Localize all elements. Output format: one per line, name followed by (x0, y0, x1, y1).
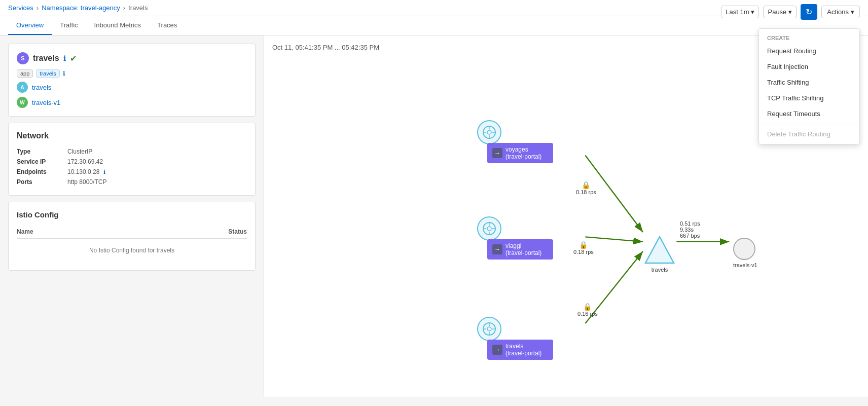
tab-inbound-metrics[interactable]: Inbound Metrics (86, 16, 150, 35)
service-header: S travels ℹ ✔ (17, 52, 247, 64)
network-title: Network (17, 131, 247, 140)
travels-v1-circle (733, 238, 755, 260)
tab-traces[interactable]: Traces (149, 16, 185, 35)
dropdown-item-tcp-traffic-shifting[interactable]: TCP Traffic Shifting (759, 90, 859, 106)
chevron-down-icon: ▾ (751, 8, 754, 16)
actions-label: Actions (827, 8, 849, 16)
travels-circle-node[interactable] (477, 317, 501, 341)
dropdown-item-traffic-shifting[interactable]: Traffic Shifting (759, 75, 859, 90)
travels-edge-label: 🔒 0.16 rps (577, 303, 598, 317)
type-label: Type (17, 148, 67, 155)
svg-line-1 (585, 237, 643, 241)
svg-point-12 (487, 227, 491, 231)
viaggi-label: viaggi(travel-portal) (505, 242, 541, 256)
voyages-circle (477, 120, 501, 144)
voyages-edge-label: 🔒 0.18 rps (576, 181, 596, 195)
type-value: ClusterIP (67, 148, 92, 155)
voyages-arrow-icon: → (492, 148, 502, 158)
refresh-button[interactable]: ↻ (801, 4, 817, 20)
tab-overview[interactable]: Overview (8, 16, 52, 35)
breadcrumb-services[interactable]: Services (8, 4, 33, 12)
svg-point-19 (487, 327, 491, 331)
service-info-card: S travels ℹ ✔ app travels ℹ A travels W … (8, 44, 256, 117)
label-app: app (17, 69, 33, 78)
travels-triangle-label: travels (644, 267, 675, 273)
service-badge-s: S (17, 52, 29, 64)
top-controls: Last 1m ▾ Pause ▾ ↻ Actions ▾ (721, 4, 860, 20)
badge-w: W (17, 97, 28, 108)
workload-row: W travels-v1 (17, 97, 247, 108)
viaggi-service-box[interactable]: → viaggi(travel-portal) (487, 239, 553, 260)
voyages-service-box[interactable]: → voyages(travel-portal) (487, 143, 553, 163)
istio-title: Istio Config (17, 210, 247, 219)
istio-name-col: Name (17, 228, 33, 235)
tab-traffic[interactable]: Traffic (52, 16, 86, 35)
dropdown-item-request-routing[interactable]: Request Routing (759, 43, 859, 59)
actions-dropdown: Create Request Routing Fault Injection T… (758, 28, 860, 144)
service-name: travels (33, 54, 59, 63)
app-link[interactable]: travels (32, 84, 51, 91)
travels-v1-node[interactable]: travels-v1 (733, 238, 757, 268)
travels-portal-label: travels(travel-portal) (505, 343, 541, 357)
viaggi-arrow-icon: → (492, 244, 502, 254)
chevron-icon: › (123, 4, 125, 12)
service-labels: app travels ℹ (17, 69, 247, 78)
workload-link[interactable]: travels-v1 (32, 99, 60, 106)
label-info-icon[interactable]: ℹ (63, 70, 65, 77)
viaggi-circle (477, 216, 501, 241)
label-travels: travels (36, 69, 59, 78)
left-panel: S travels ℹ ✔ app travels ℹ A travels W … (0, 35, 264, 397)
istio-empty-message: No Istio Config found for travels (17, 239, 247, 262)
time-range-select[interactable]: Last 1m ▾ (721, 6, 759, 18)
badge-a: A (17, 82, 28, 93)
app-workload-row: A travels (17, 82, 247, 93)
chevron-icon: › (37, 4, 39, 12)
endpoints-value: 10.130.0.28 ℹ (67, 168, 105, 175)
network-card: Network Type ClusterIP Service IP 172.30… (8, 123, 256, 196)
actions-button[interactable]: Actions ▾ (821, 6, 860, 18)
info-icon[interactable]: ℹ (63, 54, 66, 62)
dropdown-item-fault-injection[interactable]: Fault Injection (759, 59, 859, 75)
travels-arrow-icon: → (492, 345, 502, 355)
travels-triangle-node[interactable]: travels (644, 236, 675, 273)
istio-header: Name Status (17, 225, 247, 239)
travels-triangle-svg (644, 236, 675, 264)
svg-marker-17 (645, 237, 674, 263)
dropdown-item-delete-traffic-routing: Delete Traffic Routing (759, 126, 859, 142)
dropdown-section-create: Create (759, 31, 859, 43)
voyages-label: voyages(travel-portal) (505, 146, 541, 160)
istio-config-card: Istio Config Name Status No Istio Config… (8, 202, 256, 271)
time-range-label: Last 1m (726, 8, 749, 16)
travels-v1-label: travels-v1 (733, 262, 757, 268)
main-content: S travels ℹ ✔ app travels ℹ A travels W … (0, 35, 868, 397)
endpoints-label: Endpoints (17, 168, 67, 175)
svg-point-6 (487, 130, 491, 134)
pause-label: Pause (768, 8, 786, 16)
viaggi-edge-label: 🔒 0.18 rps (573, 241, 594, 255)
service-ip-label: Service IP (17, 158, 67, 165)
endpoints-info-icon[interactable]: ℹ (103, 169, 105, 175)
travels-service-box[interactable]: → travels(travel-portal) (487, 340, 553, 360)
chevron-down-icon: ▾ (851, 8, 854, 16)
istio-status-col: Status (228, 228, 247, 235)
network-service-ip-row: Service IP 172.30.69.42 (17, 157, 247, 167)
dropdown-item-request-timeouts[interactable]: Request Timeouts (759, 106, 859, 122)
service-ip-value: 172.30.69.42 (67, 158, 103, 165)
breadcrumb-namespace[interactable]: Namespace: travel-agency (42, 4, 120, 12)
network-ports-row: Ports http 8000/TCP (17, 177, 247, 187)
dropdown-divider (759, 124, 859, 124)
viaggi-circle-node[interactable] (477, 216, 501, 241)
triangle-v1-edge-label: 0.51 rps 9.33s 667 bps (680, 220, 700, 239)
network-table: Type ClusterIP Service IP 172.30.69.42 E… (17, 146, 247, 187)
travels-circle-bottom (477, 317, 501, 341)
ports-value: http 8000/TCP (67, 178, 106, 186)
voyages-circle-node[interactable] (477, 120, 501, 144)
ports-label: Ports (17, 178, 67, 186)
chevron-down-icon: ▾ (788, 8, 792, 16)
network-endpoints-row: Endpoints 10.130.0.28 ℹ (17, 167, 247, 177)
network-type-row: Type ClusterIP (17, 146, 247, 157)
breadcrumb-current: travels (128, 4, 148, 12)
pause-button[interactable]: Pause ▾ (763, 6, 797, 18)
check-icon: ✔ (70, 54, 77, 63)
